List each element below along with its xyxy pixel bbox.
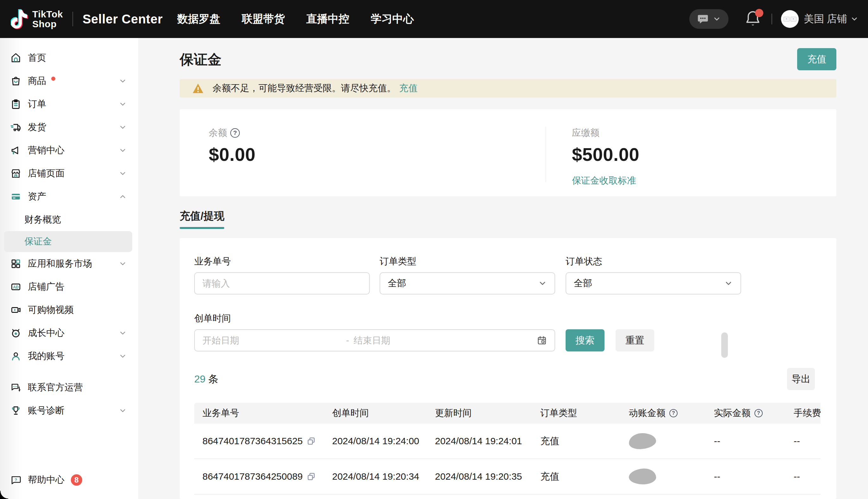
tiktok-shop-logo[interactable]: TikTok Shop xyxy=(11,9,63,29)
reset-button[interactable]: 重置 xyxy=(616,329,654,351)
col-actual: 实际金额? xyxy=(714,403,794,424)
calendar-icon xyxy=(537,335,547,345)
chevron-down-icon xyxy=(118,100,127,108)
sidebar-item-orders[interactable]: 订单 xyxy=(0,93,138,115)
copy-icon[interactable] xyxy=(306,436,316,446)
nav-learning-center[interactable]: 学习中心 xyxy=(371,12,414,26)
date-end-input[interactable] xyxy=(354,335,493,346)
chevron-down-icon xyxy=(118,123,127,131)
table-row: 8647401787364315625 2024/08/14 19:24:00 … xyxy=(194,424,820,459)
sidebar-item-label: 成长中心 xyxy=(28,327,64,339)
sidebar-item-label: 我的账号 xyxy=(28,350,64,363)
sidebar-item-assets[interactable]: 资产 xyxy=(0,185,138,208)
nav-affiliate[interactable]: 联盟带货 xyxy=(242,12,285,26)
sidebar-subitem-finance-overview[interactable]: 财务概览 xyxy=(0,208,138,231)
actual-help-icon[interactable]: ? xyxy=(754,409,763,417)
amount-help-icon[interactable]: ? xyxy=(669,409,678,417)
sidebar-item-label: 应用和服务市场 xyxy=(28,257,92,270)
col-created: 创单时间 xyxy=(332,403,435,424)
orders-icon xyxy=(10,98,22,110)
tab-recharge-withdraw[interactable]: 充值/提现 xyxy=(180,209,224,229)
order-no-input[interactable] xyxy=(194,272,370,294)
page-header: 保证金 xyxy=(180,48,836,71)
table-header-row: 业务单号 创单时间 更新时间 订单类型 动账金额? 实际金额? 手续费 xyxy=(194,403,820,424)
order-type-select[interactable]: 全部 xyxy=(380,272,555,294)
help-badge: 8 xyxy=(71,474,82,486)
balance-help-icon[interactable]: ? xyxy=(230,128,240,138)
account-menu[interactable]: ++ 美国 店铺 xyxy=(781,10,858,28)
nav-live-center[interactable]: 直播中控 xyxy=(306,12,349,26)
copy-icon[interactable] xyxy=(306,472,316,481)
sidebar-subitem-deposit[interactable]: 保证金 xyxy=(4,231,132,252)
chevron-down-icon xyxy=(713,15,721,23)
order-status-label: 订单状态 xyxy=(566,255,602,268)
cell-amount xyxy=(629,424,714,459)
warning-recharge-link[interactable]: 充值 xyxy=(399,82,417,95)
sidebar-item-label: 可购物视频 xyxy=(28,304,74,316)
warning-icon xyxy=(192,83,204,94)
sidebar-item-label: 财务概览 xyxy=(24,214,61,226)
screen-corner-artifact xyxy=(0,491,8,499)
cell-actual: -- xyxy=(714,459,794,494)
date-start-input[interactable] xyxy=(202,335,342,346)
deposit-standard-link[interactable]: 保证金收取标准 xyxy=(572,174,639,187)
order-status-select[interactable]: 全部 xyxy=(566,272,741,294)
sidebar-item-contact-ops[interactable]: 联系官方运营 xyxy=(0,376,138,399)
cell-type: 充值 xyxy=(540,459,629,494)
sidebar-item-label: 订单 xyxy=(28,98,46,110)
sidebar-item-app-market[interactable]: 应用和服务市场 xyxy=(0,252,138,275)
col-type: 订单类型 xyxy=(540,403,629,424)
recharge-button[interactable]: 充值 xyxy=(797,48,836,70)
search-button[interactable]: 搜索 xyxy=(566,329,604,351)
sidebar-item-label: 账号诊断 xyxy=(28,404,64,417)
apps-icon xyxy=(10,257,22,270)
due-block: 应缴额 $500.00 保证金收取标准 xyxy=(572,127,639,187)
transactions-card: 业务单号 订单类型 订单状态 全部 全部 创单时间 - 搜索 重置 xyxy=(180,238,836,499)
sidebar-item-account-diagnosis[interactable]: 账号诊断 xyxy=(0,399,138,422)
chevron-up-icon xyxy=(118,193,127,201)
sidebar-item-label: 发货 xyxy=(28,121,46,134)
sidebar-item-label: 联系官方运营 xyxy=(28,381,83,394)
balance-value: $0.00 xyxy=(209,144,255,165)
chevron-down-icon xyxy=(118,260,127,268)
scrollbar-thumb[interactable] xyxy=(721,332,728,358)
table-row: 8647401787364250089 2024/08/14 19:20:34 … xyxy=(194,459,820,495)
sidebar-item-shipping[interactable]: 发货 xyxy=(0,115,138,139)
sidebar-item-growth-center[interactable]: 成长中心 xyxy=(0,321,138,344)
sidebar-item-label: 店铺页面 xyxy=(28,167,64,180)
due-label: 应缴额 xyxy=(572,127,600,139)
main-content: 保证金 充值 余额不足，可能导致经营受限。请尽快充值。 充值 余额 ? $0.0… xyxy=(180,38,836,499)
top-bar: TikTok Shop Seller Center 数据罗盘 联盟带货 直播中控… xyxy=(0,0,868,38)
sidebar-item-storefront[interactable]: 店铺页面 xyxy=(0,162,138,185)
sidebar-item-marketing[interactable]: 营销中心 xyxy=(0,139,138,162)
shoppable-video-icon xyxy=(10,304,22,316)
shipping-icon xyxy=(10,121,22,134)
sidebar-item-label: 首页 xyxy=(28,52,46,64)
sidebar-item-label: 店铺广告 xyxy=(28,281,64,293)
messages-dropdown[interactable] xyxy=(689,9,729,29)
result-count: 29 条 xyxy=(194,372,218,386)
sidebar-item-products[interactable]: 商品 xyxy=(0,69,138,93)
products-icon xyxy=(10,75,22,87)
warning-text: 余额不足，可能导致经营受限。请尽快充值。 xyxy=(213,82,396,95)
new-dot xyxy=(51,77,55,81)
active-tab-underline xyxy=(180,227,224,229)
chevron-down-icon xyxy=(118,77,127,85)
sidebar-item-my-account[interactable]: 我的账号 xyxy=(0,344,138,368)
notifications-bell[interactable] xyxy=(745,10,761,28)
tiktok-note-icon xyxy=(11,9,29,29)
cell-created: 2024/08/14 19:20:34 xyxy=(332,459,435,494)
help-icon: ? xyxy=(10,474,22,486)
export-button[interactable]: 导出 xyxy=(787,368,815,390)
sidebar-item-help-center[interactable]: ? 帮助中心 8 xyxy=(0,468,138,491)
sidebar-item-shop-ads[interactable]: AD 店铺广告 xyxy=(0,275,138,298)
balance-block: 余额 ? $0.00 xyxy=(209,127,255,165)
sidebar-item-shoppable-video[interactable]: 可购物视频 xyxy=(0,298,138,321)
created-date-range[interactable]: - xyxy=(194,329,555,351)
sidebar-item-home[interactable]: 首页 xyxy=(0,46,138,69)
deposit-summary-card: 余额 ? $0.00 应缴额 $500.00 保证金收取标准 xyxy=(180,109,836,196)
nav-data-compass[interactable]: 数据罗盘 xyxy=(177,12,220,26)
created-time-label: 创单时间 xyxy=(194,312,231,325)
cell-fee: -- xyxy=(794,424,820,459)
balance-label: 余额 xyxy=(209,127,227,139)
